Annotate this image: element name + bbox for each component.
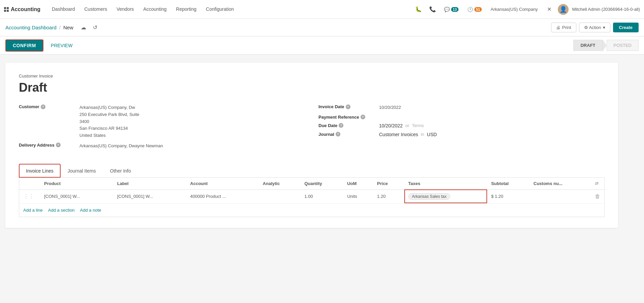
messages-count: 13: [451, 7, 459, 12]
app-logo[interactable]: Accounting: [4, 6, 47, 12]
row-quantity[interactable]: 1.00: [300, 189, 343, 203]
row-price[interactable]: 1.20: [373, 189, 404, 203]
delivery-label: Delivery Address ?: [19, 143, 79, 148]
row-account[interactable]: 400000 Product ...: [186, 189, 259, 203]
user-name[interactable]: Mitchell Admin (20366964-16-0-all): [572, 7, 640, 12]
invoice-date-value[interactable]: 10/20/2022: [379, 104, 401, 111]
invoice-table: Product Label Account Analytic Quantity: [19, 178, 604, 204]
col-product: Product: [40, 178, 113, 190]
journal-help-icon[interactable]: ?: [336, 132, 340, 137]
tab-other-info[interactable]: Other Info: [103, 164, 138, 178]
payment-ref-help-icon[interactable]: ?: [361, 115, 365, 119]
save-cloud-icon-btn[interactable]: ☁: [79, 23, 88, 32]
activities-count: 51: [474, 7, 482, 12]
invoice-date-label: Invoice Date ?: [318, 104, 379, 109]
nav-reporting[interactable]: Reporting: [171, 0, 201, 19]
due-date-terms[interactable]: Terms: [412, 123, 424, 128]
undo-icon-btn[interactable]: ↺: [91, 23, 99, 32]
message-icon: 💬: [444, 7, 450, 12]
tax-badge[interactable]: Arkansas Sales tax: [408, 193, 450, 200]
delete-row-button[interactable]: 🗑: [595, 193, 600, 200]
col-quantity: Quantity: [300, 178, 343, 190]
nav-right-actions: 🐛 📞 💬 13 🕐 51 Arkansas(US) Company ✕ 👤 M…: [413, 4, 640, 15]
customer-label: Customer ?: [19, 104, 79, 109]
journal-value-container: Customer Invoices in USD: [379, 132, 437, 137]
row-drag-handle[interactable]: ⋮⋮: [19, 189, 40, 203]
top-navigation: Accounting Dashboard Customers Vendors A…: [0, 0, 644, 19]
row-label[interactable]: [CONS_0001] W...: [113, 189, 186, 203]
payment-ref-label: Payment Reference ?: [318, 115, 379, 120]
row-delete[interactable]: 🗑: [591, 189, 604, 203]
nav-configuration[interactable]: Configuration: [201, 0, 239, 19]
customer-value[interactable]: Arkansas(US) Company, Dw 250 Executive P…: [79, 104, 139, 139]
printer-icon: 🖨: [556, 25, 561, 30]
status-draft: DRAFT: [573, 40, 602, 51]
col-account: Account: [186, 178, 259, 190]
row-customs: [530, 189, 591, 203]
status-flow: DRAFT POSTED: [573, 39, 639, 52]
phone-icon-btn[interactable]: 📞: [427, 4, 438, 15]
breadcrumb-parent[interactable]: Accounting Dashboard: [5, 25, 57, 30]
row-analytic[interactable]: [259, 189, 301, 203]
messages-btn[interactable]: 💬 13: [441, 5, 461, 13]
action-button[interactable]: ⚙ Action ▾: [579, 23, 610, 32]
nav-customers[interactable]: Customers: [80, 0, 112, 19]
journal-label: Journal ?: [318, 132, 379, 137]
invoice-date-help-icon[interactable]: ?: [346, 104, 350, 109]
due-date-help-icon[interactable]: ?: [339, 123, 343, 128]
col-price: Price: [373, 178, 404, 190]
breadcrumb-current: New: [63, 25, 73, 30]
tab-invoice-lines[interactable]: Invoice Lines: [19, 164, 61, 178]
clock-icon: 🕐: [467, 7, 473, 12]
breadcrumb-actions: ☁ ↺: [79, 23, 99, 32]
delivery-help-icon[interactable]: ?: [56, 143, 61, 147]
col-analytic: Analytic: [259, 178, 301, 190]
add-note-button[interactable]: Add a note: [80, 208, 101, 213]
due-date-value[interactable]: 10/20/2022: [379, 123, 403, 128]
customer-help-icon[interactable]: ?: [41, 104, 45, 109]
meta-right: Invoice Date ? 10/20/2022 Payment Refere…: [318, 104, 605, 153]
company-selector[interactable]: Arkansas(US) Company: [488, 7, 540, 12]
col-taxes: Taxes: [404, 178, 487, 190]
nav-accounting[interactable]: Accounting: [139, 0, 171, 19]
print-button[interactable]: 🖨 Print: [551, 23, 576, 32]
close-company-icon[interactable]: ✕: [544, 4, 554, 15]
activities-btn[interactable]: 🕐 51: [465, 5, 484, 13]
breadcrumb-bar: Accounting Dashboard / New ☁ ↺ 🖨 Print ⚙…: [0, 19, 644, 36]
table-row: ⋮⋮ [CONS_0001] W... [CONS_0001] W... 400…: [19, 189, 604, 203]
confirm-button[interactable]: CONFIRM: [5, 39, 43, 52]
col-label: Label: [113, 178, 186, 190]
col-uom: UoM: [343, 178, 373, 190]
tab-journal-items[interactable]: Journal Items: [61, 164, 103, 178]
drag-icon: ⋮⋮: [23, 193, 34, 199]
customer-row: Customer ? Arkansas(US) Company, Dw 250 …: [19, 104, 305, 139]
due-date-or: or: [405, 123, 409, 128]
row-taxes[interactable]: Arkansas Sales tax: [404, 189, 487, 203]
sort-columns-icon[interactable]: ⇄: [595, 181, 599, 186]
add-section-button[interactable]: Add a section: [48, 208, 75, 213]
journal-currency[interactable]: USD: [427, 132, 437, 137]
due-date-value-container: 10/20/2022 or Terms: [379, 123, 424, 128]
avatar[interactable]: 👤: [558, 4, 569, 15]
due-date-row: Due Date ? 10/20/2022 or Terms: [318, 123, 605, 128]
invoice-meta: Customer ? Arkansas(US) Company, Dw 250 …: [19, 104, 605, 153]
col-drag: [19, 178, 40, 190]
delivery-value[interactable]: Arkansas(US) Company, Dwayne Newman: [79, 143, 163, 150]
preview-button[interactable]: PREVIEW: [47, 40, 77, 51]
tabs: Invoice Lines Journal Items Other Info: [19, 164, 605, 178]
add-line-button[interactable]: Add a line: [23, 208, 43, 213]
col-customs: Customs nu...: [530, 178, 591, 190]
payment-ref-row: Payment Reference ?: [318, 115, 605, 120]
journal-value[interactable]: Customer Invoices: [379, 132, 418, 137]
row-uom[interactable]: Units: [343, 189, 373, 203]
breadcrumb-right-actions: 🖨 Print ⚙ Action ▾ Create: [551, 23, 639, 32]
nav-dashboard[interactable]: Dashboard: [47, 0, 80, 19]
bug-icon-btn[interactable]: 🐛: [413, 4, 424, 15]
create-button[interactable]: Create: [613, 23, 639, 32]
nav-vendors[interactable]: Vendors: [112, 0, 138, 19]
invoice-date-row: Invoice Date ? 10/20/2022: [318, 104, 605, 111]
tab-content: Product Label Account Analytic Quantity: [19, 178, 605, 217]
row-product[interactable]: [CONS_0001] W...: [40, 189, 113, 203]
table-header-row: Product Label Account Analytic Quantity: [19, 178, 604, 190]
invoice-card: Customer Invoice Draft Customer ? Arkans…: [5, 63, 618, 228]
